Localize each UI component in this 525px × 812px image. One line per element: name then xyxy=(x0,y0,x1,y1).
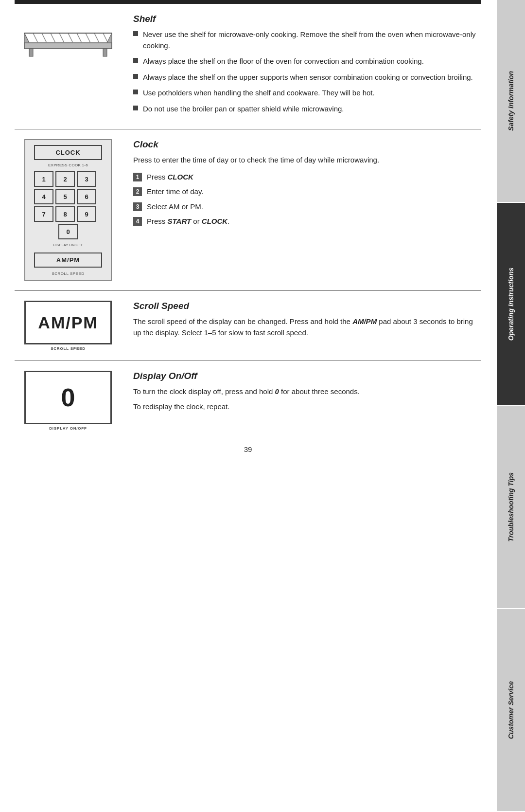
clock-title: Clock xyxy=(133,139,481,150)
tab-operating[interactable]: Operating Instructions xyxy=(497,203,525,406)
zero-panel-wrap: 0 DISPLAY ON/OFF xyxy=(24,371,112,431)
display-off-label: DISPLAY ON/OFF xyxy=(53,243,83,247)
key-0[interactable]: 0 xyxy=(58,224,78,239)
key-7[interactable]: 7 xyxy=(34,206,53,222)
svg-line-2 xyxy=(33,33,38,43)
display-description-2: To redisplay the clock, repeat. xyxy=(133,401,481,413)
svg-line-6 xyxy=(68,33,73,43)
svg-line-5 xyxy=(59,33,64,43)
tab-customer[interactable]: Customer Service xyxy=(497,609,525,812)
step-2-text: Enter time of day. xyxy=(147,186,203,198)
shelf-section: Shelf Never use the shelf for microwave-… xyxy=(15,4,481,129)
clock-section: CLOCK EXPRESS COOK 1-6 1 2 3 4 5 6 xyxy=(15,129,481,291)
key-2[interactable]: 2 xyxy=(55,171,75,187)
shelf-illustration xyxy=(19,18,117,62)
tab-safety[interactable]: Safety Information xyxy=(497,0,525,203)
main-content: Shelf Never use the shelf for microwave-… xyxy=(0,0,496,468)
bullet-2: Always place the shelf on the floor of t… xyxy=(133,56,481,67)
numpad-row-3: 7 8 9 xyxy=(34,206,102,222)
bullet-4: Use potholders when handling the shelf a… xyxy=(133,88,481,99)
bullet-square-3 xyxy=(133,74,138,79)
step-3: 3 Select AM or PM. xyxy=(133,201,481,213)
numpad-row-2: 4 5 6 xyxy=(34,189,102,204)
svg-line-7 xyxy=(77,33,82,43)
key-6[interactable]: 6 xyxy=(77,189,96,204)
scroll-speed-sublabel: SCROLL SPEED xyxy=(51,346,86,351)
clock-panel: CLOCK EXPRESS COOK 1-6 1 2 3 4 5 6 xyxy=(24,139,112,281)
bullet-text-4: Use potholders when handling the shelf a… xyxy=(143,88,375,99)
shelf-title: Shelf xyxy=(133,14,481,24)
bullet-5: Do not use the broiler pan or spatter sh… xyxy=(133,104,481,115)
step-1-bold: CLOCK xyxy=(168,173,193,181)
scroll-speed-title: Scroll Speed xyxy=(133,301,481,311)
step-4-text: Press START or CLOCK. xyxy=(147,216,229,227)
key-1[interactable]: 1 xyxy=(34,171,53,187)
key-4[interactable]: 4 xyxy=(34,189,53,204)
top-bar xyxy=(15,0,481,4)
clock-button[interactable]: CLOCK xyxy=(34,145,102,160)
key-9[interactable]: 9 xyxy=(77,206,96,222)
scroll-speed-description: The scroll speed of the display can be c… xyxy=(133,316,481,338)
svg-rect-14 xyxy=(29,49,33,56)
key-5[interactable]: 5 xyxy=(55,189,75,204)
ampm-button[interactable]: AM/PM xyxy=(34,253,102,268)
bullet-square-2 xyxy=(133,58,138,63)
key-3[interactable]: 3 xyxy=(77,171,96,187)
svg-line-3 xyxy=(42,33,47,43)
scroll-speed-section: AM/PM SCROLL SPEED Scroll Speed The scro… xyxy=(15,291,481,361)
step-1: 1 Press CLOCK xyxy=(133,172,481,183)
bullet-text-2: Always place the shelf on the floor of t… xyxy=(143,56,424,67)
svg-rect-0 xyxy=(24,43,112,49)
display-title: Display On/Off xyxy=(133,371,481,381)
steps-list: 1 Press CLOCK 2 Enter time of day. 3 Sel… xyxy=(133,172,481,227)
clock-text: Clock Press to enter the time of day or … xyxy=(133,139,481,281)
step-4-bold1: START xyxy=(168,217,192,225)
display-description: To turn the clock display off, press and… xyxy=(133,386,481,397)
bullet-text-3: Always place the shelf on the upper supp… xyxy=(143,72,473,83)
display-text: Display On/Off To turn the clock display… xyxy=(133,371,481,431)
ampm-display-label: AM/PM xyxy=(38,313,98,332)
zero-display-label: 0 xyxy=(61,383,75,412)
svg-line-8 xyxy=(86,33,90,43)
page-number: 39 xyxy=(15,445,481,453)
step-num-3: 3 xyxy=(133,202,142,211)
scroll-speed-label-clock: SCROLL SPEED xyxy=(52,271,84,276)
shelf-image-area xyxy=(15,14,122,119)
numpad-grid: 1 2 3 4 5 6 7 8 9 0 xyxy=(34,171,102,239)
clock-panel-area: CLOCK EXPRESS COOK 1-6 1 2 3 4 5 6 xyxy=(15,139,122,281)
bullet-3: Always place the shelf on the upper supp… xyxy=(133,72,481,83)
svg-line-4 xyxy=(51,33,55,43)
bullet-text-1: Never use the shelf for microwave-only c… xyxy=(143,29,481,51)
svg-marker-13 xyxy=(107,33,112,43)
step-3-text: Select AM or PM. xyxy=(147,201,203,213)
step-4: 4 Press START or CLOCK. xyxy=(133,216,481,227)
display-panel-area: 0 DISPLAY ON/OFF xyxy=(15,371,122,431)
step-1-text: Press CLOCK xyxy=(147,172,193,183)
svg-marker-12 xyxy=(24,33,29,43)
bullet-square-1 xyxy=(133,31,138,36)
zero-display-panel: 0 xyxy=(24,371,112,424)
svg-rect-15 xyxy=(103,49,107,56)
step-2: 2 Enter time of day. xyxy=(133,186,481,198)
ampm-display-panel: AM/PM xyxy=(24,301,112,344)
svg-line-9 xyxy=(94,33,99,43)
bullet-1: Never use the shelf for microwave-only c… xyxy=(133,29,481,51)
express-label: EXPRESS COOK 1-6 xyxy=(48,163,88,167)
side-tabs: Safety Information Operating Instruction… xyxy=(497,0,525,812)
tab-troubleshooting[interactable]: Troubleshooting Tips xyxy=(497,406,525,609)
bullet-square-5 xyxy=(133,106,138,110)
key-8[interactable]: 8 xyxy=(55,206,75,222)
step-num-2: 2 xyxy=(133,187,142,196)
clock-description: Press to enter the time of day or to che… xyxy=(133,155,481,166)
bullet-square-4 xyxy=(133,90,138,94)
shelf-text: Shelf Never use the shelf for microwave-… xyxy=(133,14,481,119)
numpad-row-1: 1 2 3 xyxy=(34,171,102,187)
bullet-text-5: Do not use the broiler pan or spatter sh… xyxy=(143,104,344,115)
display-section: 0 DISPLAY ON/OFF Display On/Off To turn … xyxy=(15,361,481,440)
scroll-speed-text: Scroll Speed The scroll speed of the dis… xyxy=(133,301,481,351)
svg-line-10 xyxy=(103,33,108,43)
step-num-4: 4 xyxy=(133,217,142,226)
step-num-1: 1 xyxy=(133,173,142,181)
ampm-bold: AM/PM xyxy=(352,317,377,325)
step-4-bold2: CLOCK xyxy=(202,217,228,225)
